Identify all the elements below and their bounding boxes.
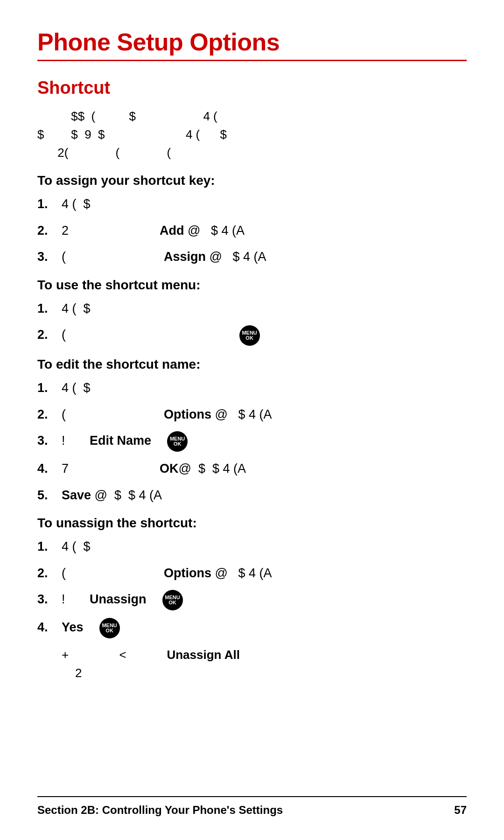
- page-footer: Section 2B: Controlling Your Phone's Set…: [37, 796, 467, 817]
- step-num: 1.: [37, 299, 62, 318]
- unassign-bold: Unassign: [90, 592, 147, 606]
- step-text: 4 ( $: [62, 299, 467, 318]
- intro-line-1: $$ ( $ 4 (: [37, 107, 467, 126]
- assign-step-1: 1. 4 ( $: [37, 195, 467, 214]
- edit-step-2: 2. ( Options @ $ 4 (A: [37, 405, 467, 424]
- add-bold: Add: [160, 224, 184, 238]
- step-text: ( Assign @ $ 4 (A: [62, 247, 467, 266]
- use-steps: 1. 4 ( $ 2. ( MENU OK: [37, 299, 467, 346]
- step-text: Save @ $ $ 4 (A: [62, 486, 467, 505]
- unassign-step-1: 1. 4 ( $: [37, 537, 467, 556]
- step-num: 3.: [37, 247, 62, 266]
- use-step-2: 2. ( MENU OK: [37, 325, 467, 346]
- step-text: ( MENU OK: [62, 325, 467, 346]
- unassign-label: To unassign the shortcut:: [37, 516, 467, 531]
- use-step-1: 1. 4 ( $: [37, 299, 467, 318]
- edit-step-4: 4. 7 OK@ $ $ 4 (A: [37, 459, 467, 478]
- step-num: 4.: [37, 459, 62, 478]
- unassign-all-bold: Unassign All: [167, 648, 240, 662]
- menu-ok-icon-3: MENU OK: [162, 590, 183, 610]
- unassign-all-note: + < Unassign All 2: [62, 646, 467, 682]
- step-text: ! Edit Name MENU OK: [62, 431, 467, 452]
- edit-step-3: 3. ! Edit Name MENU OK: [37, 431, 467, 452]
- use-label: To use the shortcut menu:: [37, 278, 467, 293]
- step-text: 4 ( $: [62, 378, 467, 398]
- step-num: 3.: [37, 590, 62, 609]
- edit-label: To edit the shortcut name:: [37, 357, 467, 372]
- step-text: 7 OK@ $ $ 4 (A: [62, 459, 467, 478]
- ok-bold: OK: [160, 462, 179, 476]
- page-title: Phone Setup Options: [37, 28, 467, 56]
- step-num: 1.: [37, 537, 62, 556]
- step-num: 2.: [37, 325, 62, 344]
- step-text: ! Unassign MENU OK: [62, 590, 467, 610]
- menu-ok-icon-2: MENU OK: [167, 431, 188, 452]
- intro-line-2: $ $ 9 $ 4 ( $: [37, 126, 467, 144]
- title-rule: [37, 60, 467, 61]
- step-num: 4.: [37, 618, 62, 637]
- step-num: 1.: [37, 378, 62, 398]
- step-num: 3.: [37, 431, 62, 450]
- menu-ok-icon: MENU OK: [239, 325, 260, 346]
- unassign-step-4: 4. Yes MENU OK: [37, 618, 467, 638]
- intro-line-3: 2( ( (: [37, 144, 467, 162]
- step-num: 2.: [37, 221, 62, 240]
- unassign-step-2: 2. ( Options @ $ 4 (A: [37, 564, 467, 583]
- step-text: Yes MENU OK: [62, 618, 467, 638]
- save-bold: Save: [62, 488, 91, 502]
- step-num: 2.: [37, 564, 62, 583]
- step-num: 5.: [37, 486, 62, 505]
- menu-ok-icon-4: MENU OK: [99, 618, 120, 638]
- edit-step-1: 1. 4 ( $: [37, 378, 467, 398]
- footer-section: Section 2B: Controlling Your Phone's Set…: [37, 804, 283, 817]
- intro-block: $$ ( $ 4 ( $ $ 9 $ 4 ( $ 2( ( (: [37, 107, 467, 162]
- step-text: ( Options @ $ 4 (A: [62, 405, 467, 424]
- options-bold: Options: [164, 407, 211, 421]
- unassign-step-3: 3. ! Unassign MENU OK: [37, 590, 467, 610]
- yes-bold: Yes: [62, 620, 84, 634]
- step-text: ( Options @ $ 4 (A: [62, 564, 467, 583]
- step-text: 4 ( $: [62, 537, 467, 556]
- assign-steps: 1. 4 ( $ 2. 2 Add @ $ 4 (A 3. ( Assign @…: [37, 195, 467, 266]
- options-bold-2: Options: [164, 566, 211, 580]
- assign-step-2: 2. 2 Add @ $ 4 (A: [37, 221, 467, 240]
- page-content: Phone Setup Options Shortcut $$ ( $ 4 ( …: [0, 0, 504, 720]
- editname-bold: Edit Name: [90, 434, 151, 448]
- assign-step-3: 3. ( Assign @ $ 4 (A: [37, 247, 467, 266]
- step-text: 4 ( $: [62, 195, 467, 214]
- section-heading: Shortcut: [37, 78, 467, 98]
- edit-step-5: 5. Save @ $ $ 4 (A: [37, 486, 467, 505]
- step-num: 2.: [37, 405, 62, 424]
- step-text: 2 Add @ $ 4 (A: [62, 221, 467, 240]
- assign-label: To assign your shortcut key:: [37, 173, 467, 188]
- footer-page-number: 57: [454, 804, 467, 817]
- step-num: 1.: [37, 195, 62, 214]
- unassign-steps: 1. 4 ( $ 2. ( Options @ $ 4 (A 3. ! Unas…: [37, 537, 467, 638]
- edit-steps: 1. 4 ( $ 2. ( Options @ $ 4 (A 3. ! Edit…: [37, 378, 467, 504]
- assign-bold: Assign: [164, 250, 206, 264]
